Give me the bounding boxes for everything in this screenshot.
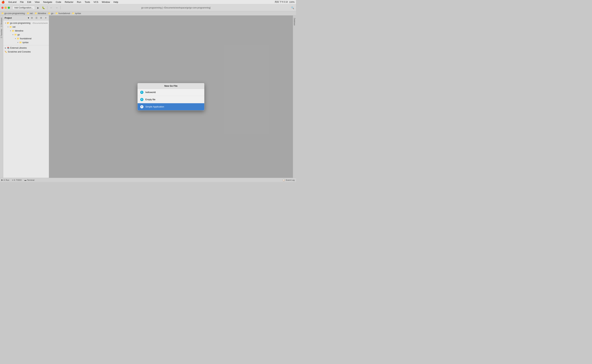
- tree-arrow-net: ▾: [7, 26, 9, 28]
- tree-item-ittimeline[interactable]: ▾ 📁 ittimeline: [3, 29, 49, 33]
- go-file-icon-empty: G: [140, 98, 144, 101]
- folder-icon-ittimeline: 📁: [35, 12, 37, 14]
- maximize-button[interactable]: [8, 7, 10, 9]
- dialog-container: New Go File G helloworld G Empty file: [137, 83, 204, 110]
- main-content: Go to Type ⌘O Go to File ⇧⌘O Recent File…: [49, 15, 293, 178]
- run-panel-button[interactable]: ▶ 4: Run: [1, 179, 9, 181]
- breadcrumb-sep-5: ›: [71, 12, 71, 14]
- dialog-item-helloworld[interactable]: G helloworld: [138, 89, 204, 96]
- apple-menu[interactable]: 🍎: [1, 0, 5, 4]
- tree-label-root: go-core-programming: [10, 22, 30, 24]
- menubar-items: GoLand File Edit View Navigate Code Refa…: [7, 0, 120, 4]
- todo-label: 6: TODO: [14, 179, 22, 181]
- terminal-label: Terminal: [27, 179, 34, 181]
- tree-label-external: External Libraries: [10, 47, 27, 49]
- back-button[interactable]: ←: [49, 6, 54, 10]
- structure-tab[interactable]: 2: Structure: [0, 17, 3, 27]
- menubar-code[interactable]: Code: [54, 0, 63, 4]
- add-configuration-button[interactable]: Add Configuration...: [12, 6, 35, 10]
- menubar-view[interactable]: View: [33, 0, 41, 4]
- project-panel: Project ▾ ⚙ ☰ ⚙ ✕ ▾ 📂 go-core-programmin…: [3, 15, 49, 178]
- folder-syntax: 📁: [19, 41, 22, 44]
- tree-item-root[interactable]: ▾ 📂 go-core-programming ~/Documents/work: [3, 21, 49, 25]
- debug-button[interactable]: 🐛: [41, 6, 46, 10]
- go-icon-helloworld: G: [140, 91, 143, 94]
- menubar-tools[interactable]: Tools: [83, 0, 91, 4]
- dialog-title: New Go File: [138, 83, 204, 89]
- project-tree: ▾ 📂 go-core-programming ~/Documents/work…: [3, 20, 49, 178]
- tree-sublabel-root: ~/Documents/work: [32, 22, 48, 24]
- terminal-icon: ▬: [24, 179, 26, 181]
- tree-label-net: net: [13, 26, 15, 28]
- tree-arrow-ittimeline: ▾: [10, 30, 11, 32]
- dialog-item-simple-application[interactable]: G Simple Application: [138, 103, 204, 110]
- event-log-icon: 📋: [283, 179, 285, 181]
- menubar-goland[interactable]: GoLand: [7, 0, 18, 4]
- breadcrumb-ittimeline[interactable]: 📁 ittimeline: [35, 12, 46, 15]
- breadcrumb-sep-2: ›: [33, 12, 34, 14]
- menubar-run[interactable]: Run: [75, 0, 82, 4]
- tree-item-net[interactable]: ▾ 📁 net: [3, 25, 49, 29]
- menubar-vcs[interactable]: VCS: [92, 0, 100, 4]
- panel-gear-icon[interactable]: ⚙: [39, 16, 43, 20]
- panel-close-icon[interactable]: ✕: [44, 16, 47, 20]
- new-go-file-dialog: New Go File G helloworld G Empty file: [137, 83, 204, 110]
- editor-area: Go to Type ⌘O Go to File ⇧⌘O Recent File…: [49, 15, 293, 178]
- event-log-button[interactable]: 📋 Event Log: [283, 179, 295, 181]
- menubar-window[interactable]: Window: [100, 0, 111, 4]
- close-button[interactable]: [1, 7, 4, 9]
- toolbar-separator-1: [47, 6, 47, 10]
- tree-item-go[interactable]: ▾ 📁 go: [3, 33, 49, 37]
- run-label: 4: Run: [4, 179, 9, 181]
- dialog-label-empty-file: Empty file: [145, 98, 155, 101]
- dialog-item-empty-file[interactable]: G Empty file: [138, 96, 204, 103]
- folder-icon-foundational: 📁: [55, 12, 58, 14]
- folder-icon-go: 📁: [48, 12, 50, 14]
- breadcrumb-go[interactable]: 📁 go: [48, 12, 53, 15]
- breadcrumb-foundational[interactable]: 📁 foundational: [55, 12, 70, 15]
- tree-divider-1: [3, 45, 49, 45]
- dialog-label-helloworld: helloworld: [145, 91, 156, 94]
- panel-header: Project ▾ ⚙ ☰ ⚙ ✕: [3, 15, 49, 20]
- run-button[interactable]: ▶: [36, 6, 40, 10]
- breadcrumb-net[interactable]: 📁 net: [27, 12, 33, 15]
- go-file-icon-helloworld: G: [140, 91, 144, 94]
- menubar-file[interactable]: File: [19, 0, 25, 4]
- favorites-tab[interactable]: 2: Favorites: [0, 28, 3, 39]
- forward-button[interactable]: →: [54, 6, 59, 10]
- terminal-panel-button[interactable]: ▬ Terminal: [24, 179, 34, 181]
- menubar-refactor[interactable]: Refactor: [63, 0, 75, 4]
- folder-icon-net: 📁: [27, 12, 29, 14]
- run-icon: ▶: [1, 179, 3, 181]
- tree-label-syntax: syntax: [22, 41, 29, 44]
- menubar-right: 周四 下午3:18 100%: [275, 0, 295, 4]
- menubar-battery: 100%: [289, 1, 295, 3]
- menubar-navigate[interactable]: Navigate: [42, 0, 54, 4]
- menubar-help[interactable]: Help: [112, 0, 120, 4]
- todo-panel-button[interactable]: ≡ 6: TODO: [12, 179, 21, 181]
- folder-foundational: 📁: [17, 37, 20, 40]
- scratches-icon: ✏️: [5, 51, 7, 53]
- panel-title: Project: [5, 17, 27, 19]
- tree-label-foundational: foundational: [20, 37, 31, 40]
- panel-dropdown-icon: ▾: [28, 17, 29, 19]
- tree-item-foundational[interactable]: ▾ 📁 foundational: [3, 37, 49, 40]
- tree-arrow-root: ▾: [5, 22, 6, 24]
- panel-layout-icon[interactable]: ☰: [35, 16, 38, 20]
- left-sidebar-tabs: 2: Structure 2: Favorites: [0, 15, 3, 178]
- breadcrumb: 📁 go-core-programming › 📁 net › 📁 ittime…: [0, 11, 296, 15]
- minimize-button[interactable]: [5, 7, 7, 9]
- folder-icon-root: 📁: [1, 12, 4, 14]
- tree-item-syntax[interactable]: ▾ 📁 syntax: [3, 40, 49, 44]
- tree-item-scratches[interactable]: ✏️ Scratches and Consoles: [3, 50, 49, 54]
- menubar-edit[interactable]: Edit: [26, 0, 33, 4]
- database-tab[interactable]: Database: [293, 17, 296, 27]
- breadcrumb-root[interactable]: 📁 go-core-programming: [1, 12, 25, 15]
- tree-arrow-go: ▾: [12, 34, 14, 36]
- search-button[interactable]: 🔍: [290, 6, 295, 10]
- tree-item-external-libraries[interactable]: ▶ 📚 External Libraries: [3, 46, 49, 50]
- panel-settings-icon[interactable]: ⚙: [30, 16, 34, 20]
- bottom-bar: ▶ 4: Run ≡ 6: TODO ▬ Terminal 📋 Event Lo…: [0, 178, 296, 182]
- breadcrumb-syntax[interactable]: 📁 syntax: [72, 12, 81, 15]
- external-libraries-icon: 📚: [7, 47, 10, 49]
